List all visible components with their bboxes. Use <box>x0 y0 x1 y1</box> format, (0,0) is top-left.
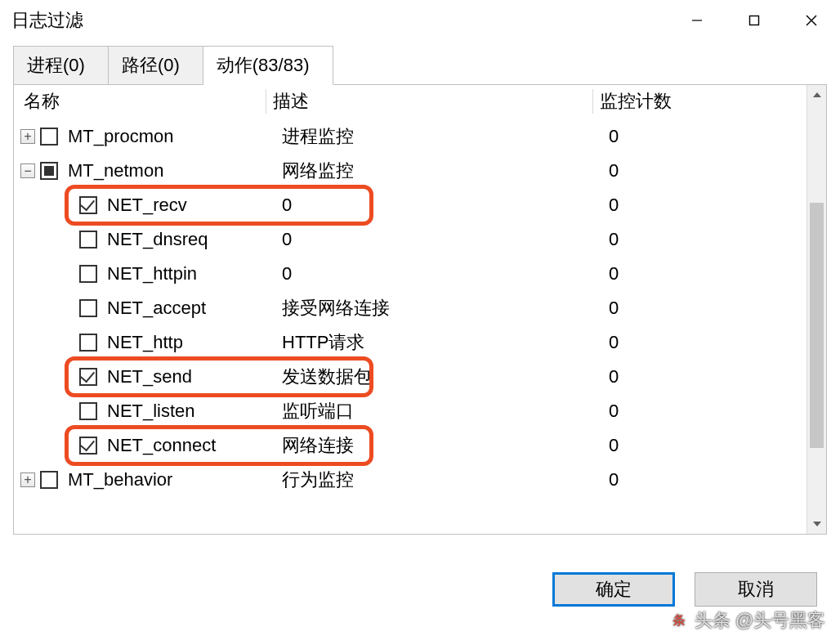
row-desc: 网络监控 <box>282 159 609 183</box>
checkbox[interactable] <box>79 231 97 249</box>
row-count: 0 <box>609 263 806 284</box>
tab-action[interactable]: 动作(83/83) <box>203 46 333 85</box>
row-name: NET_http <box>107 332 282 353</box>
svg-marker-5 <box>813 522 821 526</box>
row-desc: 网络连接 <box>282 433 609 458</box>
scroll-track[interactable] <box>807 105 826 514</box>
row-name: MT_netmon <box>68 160 282 181</box>
tree-row[interactable]: −MT_netmon网络监控0 <box>14 154 806 188</box>
row-name: MT_behavior <box>68 469 282 490</box>
tree-panel: 名称 描述 监控计数 +MT_procmon进程监控0−MT_netmon网络监… <box>13 85 827 535</box>
row-count: 0 <box>609 366 806 387</box>
tree-row[interactable]: NET_connect网络连接0 <box>14 428 806 463</box>
row-desc: 0 <box>282 195 609 216</box>
row-desc: 发送数据包 <box>282 365 609 389</box>
minimize-button[interactable] <box>668 0 726 41</box>
row-desc: 0 <box>282 263 609 284</box>
checkbox[interactable] <box>79 402 97 420</box>
dialog-buttons: 确定 取消 <box>552 572 817 607</box>
minimize-icon <box>690 14 704 27</box>
svg-rect-1 <box>750 16 759 25</box>
tree-row[interactable]: +MT_procmon进程监控0 <box>14 119 806 154</box>
ok-button[interactable]: 确定 <box>552 572 675 607</box>
watermark-icon: 条 <box>668 610 690 631</box>
window-title: 日志过滤 <box>11 8 83 33</box>
checkbox[interactable] <box>79 334 97 352</box>
checkbox[interactable] <box>40 162 58 180</box>
row-name: NET_httpin <box>107 263 282 284</box>
checkbox[interactable] <box>40 471 58 489</box>
checkbox[interactable] <box>79 368 97 386</box>
close-button[interactable] <box>783 0 840 41</box>
row-desc: 0 <box>282 229 609 250</box>
expand-icon[interactable]: + <box>20 129 35 144</box>
row-name: NET_dnsreq <box>107 229 282 250</box>
tree-row[interactable]: NET_httpHTTP请求0 <box>14 325 806 360</box>
collapse-icon[interactable]: − <box>20 163 35 178</box>
checkbox[interactable] <box>79 265 97 283</box>
vertical-scrollbar[interactable] <box>806 85 826 534</box>
tab-path[interactable]: 路径(0) <box>109 46 203 84</box>
cancel-button[interactable]: 取消 <box>695 572 817 607</box>
row-count: 0 <box>609 332 806 353</box>
tree-row[interactable]: +MT_behavior行为监控0 <box>14 463 806 497</box>
row-count: 0 <box>609 401 806 422</box>
row-count: 0 <box>609 160 806 181</box>
row-name: NET_recv <box>107 195 282 216</box>
checkbox[interactable] <box>40 128 58 146</box>
tree-row[interactable]: NET_accept接受网络连接0 <box>14 291 806 325</box>
svg-marker-4 <box>813 92 821 97</box>
row-name: NET_connect <box>107 435 282 456</box>
expand-icon[interactable]: + <box>20 473 35 487</box>
scroll-thumb[interactable] <box>810 203 824 448</box>
row-count: 0 <box>609 195 806 216</box>
checkbox[interactable] <box>79 437 97 455</box>
header-name[interactable]: 名称 <box>20 89 266 114</box>
scroll-down-icon[interactable] <box>807 514 826 534</box>
row-count: 0 <box>609 298 806 319</box>
tab-bar: 进程(0) 路径(0) 动作(83/83) <box>13 49 827 85</box>
row-desc: 接受网络连接 <box>282 296 609 320</box>
tree-row[interactable]: NET_httpin00 <box>14 257 806 291</box>
header-desc[interactable]: 描述 <box>266 89 592 114</box>
tree-rows: +MT_procmon进程监控0−MT_netmon网络监控0NET_recv0… <box>14 118 806 497</box>
checkbox[interactable] <box>79 299 97 317</box>
row-desc: 行为监控 <box>282 468 609 492</box>
maximize-icon <box>748 14 761 27</box>
row-count: 0 <box>609 229 806 250</box>
tab-process[interactable]: 进程(0) <box>13 46 109 84</box>
close-icon <box>804 13 819 28</box>
window-controls <box>668 0 840 41</box>
row-name: NET_accept <box>107 298 282 319</box>
row-name: NET_send <box>107 366 282 387</box>
watermark: 条 头条 @头号黑客 <box>668 608 825 633</box>
row-count: 0 <box>609 126 806 147</box>
row-name: MT_procmon <box>68 126 282 147</box>
row-desc: 进程监控 <box>282 124 609 149</box>
tree-row[interactable]: NET_listen监听端口0 <box>14 394 806 428</box>
checkbox[interactable] <box>79 196 97 214</box>
scroll-up-icon[interactable] <box>807 85 826 105</box>
titlebar: 日志过滤 <box>0 0 840 41</box>
row-desc: HTTP请求 <box>282 330 609 355</box>
maximize-button[interactable] <box>726 0 783 41</box>
header-count[interactable]: 监控计数 <box>592 89 806 114</box>
row-name: NET_listen <box>107 401 282 422</box>
column-headers: 名称 描述 监控计数 <box>14 85 806 118</box>
row-desc: 监听端口 <box>282 399 609 423</box>
row-count: 0 <box>609 435 806 456</box>
tree-row[interactable]: NET_dnsreq00 <box>14 222 806 257</box>
tree-row[interactable]: NET_recv00 <box>14 188 806 222</box>
watermark-text: 头条 @头号黑客 <box>695 608 825 633</box>
row-count: 0 <box>609 469 806 490</box>
tree-row[interactable]: NET_send发送数据包0 <box>14 360 806 394</box>
